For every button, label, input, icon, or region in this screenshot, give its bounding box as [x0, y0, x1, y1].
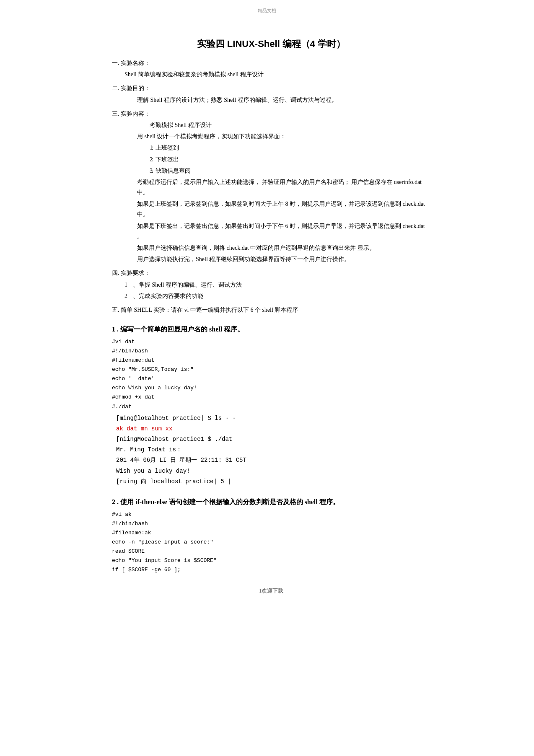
section-three-content3: 考勤程序运行后，提示用户输入上述功能选择， 并验证用户输入的用户名和密码； 用户…: [112, 177, 430, 198]
menu-item-2: 2 ：下班签出: [112, 154, 430, 165]
footer-suffix: 欢迎下载: [262, 588, 283, 594]
section-five-label: 五. 简单 SHELL 实验：请在 vi 中逐一编辑并执行以下 6 个 shel…: [112, 305, 430, 315]
page: 精品文档 实验四 LINUX-Shell 编程（4 学时） 一. 实验名称： S…: [78, 0, 456, 628]
section-three-content5: 如果是下班签出，记录签出信息，如果签出时间小于下午 6 时，则提示用户早退，并记…: [112, 221, 430, 242]
terminal-line2: ak dat mn sum xx: [116, 424, 430, 434]
prog1-heading: 1 . 编写一个简单的回显用户名的 shell 程序。: [112, 324, 430, 336]
section-three-content2: 用 shell 设计一个模拟考勤程序，实现如下功能选择界面：: [112, 131, 430, 142]
menu-num-2: 2: [112, 154, 150, 165]
terminal-line4: Mr. Ming Todat is：: [116, 445, 430, 455]
terminal-line1: [ming@lo€alho5t practice| S ls · ·: [116, 413, 430, 424]
section-two-content: 理解 Shell 程序的设计方法；熟悉 Shell 程序的编辑、运行、调试方法与…: [112, 95, 430, 105]
terminal-line3: [niingMocalhost practice1 $ ./dat: [116, 434, 430, 445]
menu-item-1: 1 ：上班签到: [112, 142, 430, 153]
section-one-label: 一. 实验名称：: [112, 58, 430, 68]
menu-num-3: 3: [112, 166, 150, 176]
req-num-2: 2: [112, 291, 133, 301]
req-item-1: 1 、掌握 Shell 程序的编辑、运行、调试方法: [112, 280, 430, 290]
terminal-line7: [ruing 向 localhost practice| 5 |: [116, 476, 430, 487]
prog2-heading: 2 . 使用 if-then-else 语句创建一个根据输入的分数判断是否及格的…: [112, 496, 430, 508]
section-three-content4: 如果是上班签到，记录签到信息，如果签到时间大于上午 8 时，则提示用户迟到，并记…: [112, 199, 430, 220]
prog1-code: #vi dat #!/bin/bash #filename:dat echo "…: [112, 337, 430, 412]
menu-desc-1: ：上班签到: [150, 142, 430, 153]
menu-num-1: 1: [112, 142, 150, 153]
menu-desc-2: ：下班签出: [150, 154, 430, 165]
terminal-line6: Wish you a lucky day!: [116, 466, 430, 476]
terminal-output: [ming@lo€alho5t practice| S ls · · ak da…: [116, 413, 430, 487]
req-item-2: 2 、完成实验内容要求的功能: [112, 291, 430, 301]
section-three-content7: 用户选择功能执行完，Shell 程序继续回到功能选择界面等待下一个用户进行操作。: [112, 254, 430, 264]
section-one-content: Shell 简单编程实验和较复杂的考勤模拟 shell 程序设计: [112, 69, 430, 80]
req-desc-2: 、完成实验内容要求的功能: [133, 291, 430, 301]
prog2-code: #vi ak #!/bin/bash #filename:ak echo -n …: [112, 510, 430, 575]
section-four-label: 四. 实验要求：: [112, 268, 430, 278]
section-three-content1: 考勤模拟 Shell 程序设计: [112, 120, 430, 130]
section-three-label: 三. 实验内容：: [112, 109, 430, 119]
req-desc-1: 、掌握 Shell 程序的编辑、运行、调试方法: [133, 280, 430, 290]
main-title: 实验四 LINUX-Shell 编程（4 学时）: [112, 38, 430, 50]
section-two-label: 二. 实验目的：: [112, 83, 430, 93]
menu-item-3: 3 ：缺勤信息查阅: [112, 166, 430, 176]
terminal-line5: 201 4年 06月 LI 日 星期一 22:11: 31 C5T: [116, 455, 430, 466]
req-num-1: 1: [112, 280, 133, 290]
watermark: 精品文档: [258, 8, 276, 14]
page-footer: 1欢迎下载: [112, 587, 430, 595]
section-three-content6: 如果用户选择确信信息查询，则将 check.dat 中对应的用户迟到早退的信息查…: [112, 243, 430, 253]
menu-desc-3: ：缺勤信息查阅: [150, 166, 430, 176]
